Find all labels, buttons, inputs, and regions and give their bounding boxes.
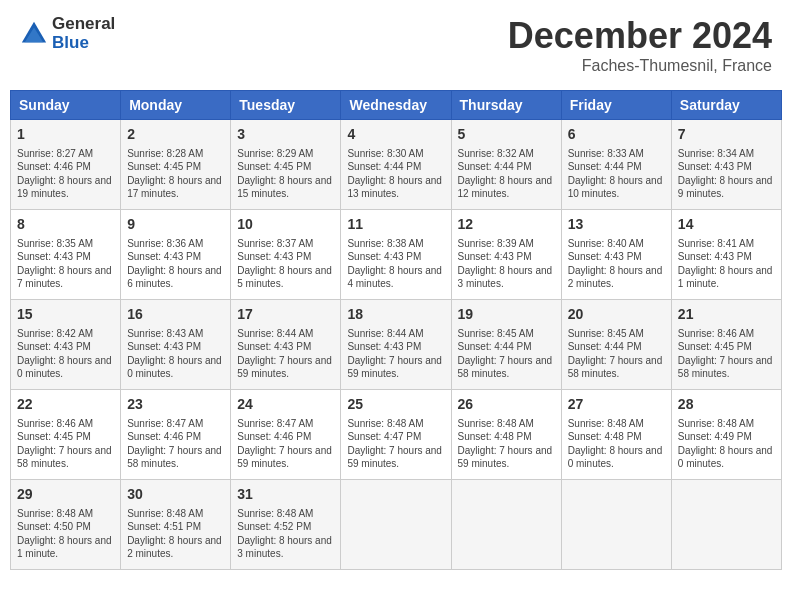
week-row-4: 22Sunrise: 8:46 AM Sunset: 4:45 PM Dayli… [11, 390, 782, 480]
logo-line1: General [52, 15, 115, 34]
day-number: 11 [347, 215, 444, 235]
day-info: Sunrise: 8:46 AM Sunset: 4:45 PM Dayligh… [678, 327, 775, 381]
day-info: Sunrise: 8:43 AM Sunset: 4:43 PM Dayligh… [127, 327, 224, 381]
day-number: 29 [17, 485, 114, 505]
calendar-cell: 26Sunrise: 8:48 AM Sunset: 4:48 PM Dayli… [451, 390, 561, 480]
day-number: 14 [678, 215, 775, 235]
calendar-cell: 23Sunrise: 8:47 AM Sunset: 4:46 PM Dayli… [121, 390, 231, 480]
logo-line2: Blue [52, 34, 115, 53]
weekday-header-row: SundayMondayTuesdayWednesdayThursdayFrid… [11, 91, 782, 120]
week-row-5: 29Sunrise: 8:48 AM Sunset: 4:50 PM Dayli… [11, 480, 782, 570]
calendar-cell: 16Sunrise: 8:43 AM Sunset: 4:43 PM Dayli… [121, 300, 231, 390]
day-info: Sunrise: 8:47 AM Sunset: 4:46 PM Dayligh… [237, 417, 334, 471]
day-info: Sunrise: 8:48 AM Sunset: 4:51 PM Dayligh… [127, 507, 224, 561]
day-number: 4 [347, 125, 444, 145]
day-info: Sunrise: 8:38 AM Sunset: 4:43 PM Dayligh… [347, 237, 444, 291]
day-number: 7 [678, 125, 775, 145]
day-number: 13 [568, 215, 665, 235]
week-row-2: 8Sunrise: 8:35 AM Sunset: 4:43 PM Daylig… [11, 210, 782, 300]
day-number: 1 [17, 125, 114, 145]
day-info: Sunrise: 8:39 AM Sunset: 4:43 PM Dayligh… [458, 237, 555, 291]
day-info: Sunrise: 8:30 AM Sunset: 4:44 PM Dayligh… [347, 147, 444, 201]
logo: General Blue [20, 15, 115, 52]
calendar-cell: 3Sunrise: 8:29 AM Sunset: 4:45 PM Daylig… [231, 120, 341, 210]
day-number: 24 [237, 395, 334, 415]
calendar-table: SundayMondayTuesdayWednesdayThursdayFrid… [10, 90, 782, 570]
day-info: Sunrise: 8:28 AM Sunset: 4:45 PM Dayligh… [127, 147, 224, 201]
calendar-cell: 15Sunrise: 8:42 AM Sunset: 4:43 PM Dayli… [11, 300, 121, 390]
day-info: Sunrise: 8:33 AM Sunset: 4:44 PM Dayligh… [568, 147, 665, 201]
calendar-cell: 11Sunrise: 8:38 AM Sunset: 4:43 PM Dayli… [341, 210, 451, 300]
day-info: Sunrise: 8:48 AM Sunset: 4:49 PM Dayligh… [678, 417, 775, 471]
weekday-header-wednesday: Wednesday [341, 91, 451, 120]
calendar-cell: 27Sunrise: 8:48 AM Sunset: 4:48 PM Dayli… [561, 390, 671, 480]
day-info: Sunrise: 8:48 AM Sunset: 4:48 PM Dayligh… [568, 417, 665, 471]
day-number: 19 [458, 305, 555, 325]
calendar-cell: 21Sunrise: 8:46 AM Sunset: 4:45 PM Dayli… [671, 300, 781, 390]
day-number: 28 [678, 395, 775, 415]
day-number: 15 [17, 305, 114, 325]
day-info: Sunrise: 8:34 AM Sunset: 4:43 PM Dayligh… [678, 147, 775, 201]
calendar-cell: 8Sunrise: 8:35 AM Sunset: 4:43 PM Daylig… [11, 210, 121, 300]
calendar-cell [451, 480, 561, 570]
day-number: 6 [568, 125, 665, 145]
page-header: General Blue December 2024 Faches-Thumes… [10, 10, 782, 80]
weekday-header-sunday: Sunday [11, 91, 121, 120]
calendar-cell: 18Sunrise: 8:44 AM Sunset: 4:43 PM Dayli… [341, 300, 451, 390]
logo-icon [20, 20, 48, 48]
day-number: 3 [237, 125, 334, 145]
weekday-header-thursday: Thursday [451, 91, 561, 120]
day-number: 2 [127, 125, 224, 145]
day-number: 22 [17, 395, 114, 415]
day-info: Sunrise: 8:44 AM Sunset: 4:43 PM Dayligh… [347, 327, 444, 381]
day-number: 9 [127, 215, 224, 235]
weekday-header-friday: Friday [561, 91, 671, 120]
day-number: 17 [237, 305, 334, 325]
calendar-cell: 10Sunrise: 8:37 AM Sunset: 4:43 PM Dayli… [231, 210, 341, 300]
calendar-cell: 12Sunrise: 8:39 AM Sunset: 4:43 PM Dayli… [451, 210, 561, 300]
day-number: 25 [347, 395, 444, 415]
calendar-cell: 25Sunrise: 8:48 AM Sunset: 4:47 PM Dayli… [341, 390, 451, 480]
calendar-header: SundayMondayTuesdayWednesdayThursdayFrid… [11, 91, 782, 120]
calendar-cell [341, 480, 451, 570]
calendar-cell: 13Sunrise: 8:40 AM Sunset: 4:43 PM Dayli… [561, 210, 671, 300]
calendar-cell: 6Sunrise: 8:33 AM Sunset: 4:44 PM Daylig… [561, 120, 671, 210]
day-info: Sunrise: 8:36 AM Sunset: 4:43 PM Dayligh… [127, 237, 224, 291]
day-number: 26 [458, 395, 555, 415]
day-info: Sunrise: 8:45 AM Sunset: 4:44 PM Dayligh… [568, 327, 665, 381]
day-number: 27 [568, 395, 665, 415]
calendar-cell: 28Sunrise: 8:48 AM Sunset: 4:49 PM Dayli… [671, 390, 781, 480]
calendar-cell: 4Sunrise: 8:30 AM Sunset: 4:44 PM Daylig… [341, 120, 451, 210]
day-number: 31 [237, 485, 334, 505]
day-number: 16 [127, 305, 224, 325]
calendar-body: 1Sunrise: 8:27 AM Sunset: 4:46 PM Daylig… [11, 120, 782, 570]
day-info: Sunrise: 8:32 AM Sunset: 4:44 PM Dayligh… [458, 147, 555, 201]
calendar-cell: 1Sunrise: 8:27 AM Sunset: 4:46 PM Daylig… [11, 120, 121, 210]
day-number: 30 [127, 485, 224, 505]
day-info: Sunrise: 8:35 AM Sunset: 4:43 PM Dayligh… [17, 237, 114, 291]
day-info: Sunrise: 8:42 AM Sunset: 4:43 PM Dayligh… [17, 327, 114, 381]
calendar-cell: 14Sunrise: 8:41 AM Sunset: 4:43 PM Dayli… [671, 210, 781, 300]
day-number: 5 [458, 125, 555, 145]
calendar-cell: 9Sunrise: 8:36 AM Sunset: 4:43 PM Daylig… [121, 210, 231, 300]
weekday-header-tuesday: Tuesday [231, 91, 341, 120]
calendar-cell: 30Sunrise: 8:48 AM Sunset: 4:51 PM Dayli… [121, 480, 231, 570]
day-number: 18 [347, 305, 444, 325]
day-info: Sunrise: 8:37 AM Sunset: 4:43 PM Dayligh… [237, 237, 334, 291]
day-info: Sunrise: 8:44 AM Sunset: 4:43 PM Dayligh… [237, 327, 334, 381]
day-info: Sunrise: 8:29 AM Sunset: 4:45 PM Dayligh… [237, 147, 334, 201]
day-info: Sunrise: 8:40 AM Sunset: 4:43 PM Dayligh… [568, 237, 665, 291]
calendar-cell: 19Sunrise: 8:45 AM Sunset: 4:44 PM Dayli… [451, 300, 561, 390]
calendar-cell: 20Sunrise: 8:45 AM Sunset: 4:44 PM Dayli… [561, 300, 671, 390]
calendar-cell: 7Sunrise: 8:34 AM Sunset: 4:43 PM Daylig… [671, 120, 781, 210]
day-number: 12 [458, 215, 555, 235]
day-info: Sunrise: 8:41 AM Sunset: 4:43 PM Dayligh… [678, 237, 775, 291]
day-info: Sunrise: 8:48 AM Sunset: 4:52 PM Dayligh… [237, 507, 334, 561]
calendar-cell: 24Sunrise: 8:47 AM Sunset: 4:46 PM Dayli… [231, 390, 341, 480]
day-info: Sunrise: 8:48 AM Sunset: 4:48 PM Dayligh… [458, 417, 555, 471]
day-number: 21 [678, 305, 775, 325]
title-block: December 2024 Faches-Thumesnil, France [508, 15, 772, 75]
day-info: Sunrise: 8:45 AM Sunset: 4:44 PM Dayligh… [458, 327, 555, 381]
day-number: 20 [568, 305, 665, 325]
calendar-cell: 29Sunrise: 8:48 AM Sunset: 4:50 PM Dayli… [11, 480, 121, 570]
